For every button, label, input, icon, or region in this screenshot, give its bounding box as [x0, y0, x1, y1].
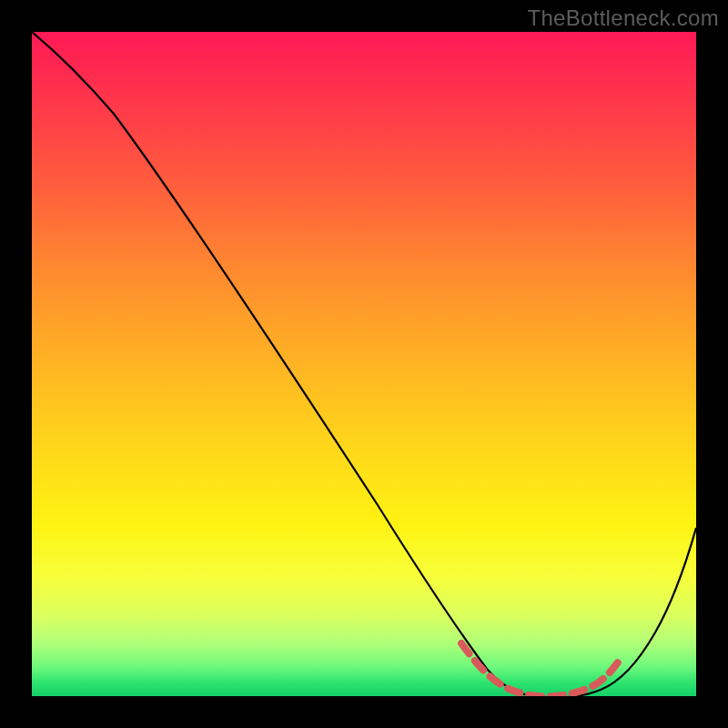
watermark-text: TheBottleneck.com [527, 5, 719, 31]
plot-area [32, 32, 696, 696]
bottleneck-curve [32, 32, 696, 696]
chart-frame: TheBottleneck.com [0, 0, 728, 728]
recommended-range-marker [461, 643, 620, 696]
curve-path [32, 32, 696, 696]
